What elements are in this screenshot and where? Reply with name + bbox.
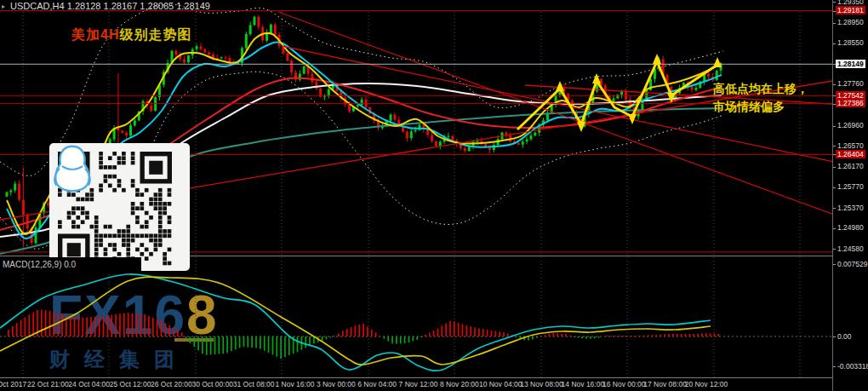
axis-tick-mark	[833, 167, 836, 168]
macd-indicator-label: MACD(12,26,9) 0.0	[0, 257, 141, 272]
axis-tick-mark	[833, 126, 836, 127]
time-label: 22 Oct 21:00	[27, 380, 69, 388]
time-label: 19 Oct 2017	[0, 380, 26, 388]
macd-tick-label: -0.003318	[837, 362, 868, 371]
time-label: 6 Nov 04:00	[357, 380, 397, 388]
price-axis: 1.293501.289501.285501.277601.269601.265…	[832, 0, 868, 391]
chart-cursor-icon: ▸	[2, 3, 5, 10]
time-label: 30 Oct 00:00	[191, 380, 233, 388]
time-label: 20 Nov 12:00	[685, 380, 728, 388]
price-tick-label: 1.29350	[837, 0, 864, 6]
time-label: 24 Oct 04:00	[68, 380, 110, 388]
axis-tick-mark	[833, 228, 836, 229]
axis-tick-mark	[833, 2, 836, 3]
macd-tick-label: 0.00	[837, 332, 852, 341]
time-label: 8 Nov 20:00	[440, 380, 479, 388]
axis-tick-mark	[833, 154, 836, 155]
chart-title: ▸ USDCAD,H4 1.28128 1.28167 1.28065 1.28…	[2, 1, 210, 11]
time-label: 14 Nov 16:00	[562, 380, 605, 388]
macd-histogram	[9, 310, 718, 359]
arrow-up-icon	[592, 73, 601, 83]
price-tick-label: 1.24980	[837, 223, 864, 232]
price-tick-label: 1.26170	[837, 162, 864, 170]
axis-tick-mark	[833, 264, 836, 265]
macd-main-line	[0, 274, 711, 371]
axis-tick-mark	[833, 336, 836, 337]
time-label: 7 Nov 12:00	[399, 380, 438, 388]
annotation-right-line1: 高低点均在上移，	[713, 80, 808, 98]
axis-tick-mark	[833, 95, 836, 96]
ohlc-readout: 1.28128 1.28167 1.28065 1.28149	[67, 1, 210, 11]
price-tick-label: 1.26570	[837, 141, 864, 150]
time-label: 31 Oct 08:00	[233, 380, 275, 388]
price-tick-label: 1.25770	[837, 182, 864, 191]
arrow-up-icon	[653, 54, 661, 64]
axis-tick-mark	[833, 84, 836, 85]
axis-tick-mark	[833, 43, 836, 44]
time-label: 3 Nov 00:00	[317, 380, 356, 388]
time-axis: 19 Oct 201722 Oct 21:0024 Oct 04:0025 Oc…	[0, 378, 832, 391]
time-label: 13 Nov 08:00	[520, 380, 563, 388]
annotation-topleft-red-part: 美加4H	[71, 27, 119, 42]
annotation-right-line2: 市场情绪偏多	[713, 98, 808, 116]
axis-tick-mark	[833, 23, 836, 24]
symbol-timeframe-label: USDCAD,H4	[10, 1, 65, 11]
chart-window: FX168 财经集团 ▸ USDCAD,H4 1.28128 1.28167 1…	[0, 0, 868, 391]
time-label: 1 Nov 16:00	[276, 380, 315, 388]
price-tick-label: 1.25370	[837, 204, 864, 212]
macd-signal-line	[0, 277, 711, 365]
qq-penguin-icon	[49, 143, 95, 193]
arrow-up-icon	[556, 81, 564, 91]
price-level-label: 1.27386	[836, 99, 865, 107]
current-price-label: 1.28149	[836, 60, 865, 68]
price-level-label: 1.26404	[836, 150, 865, 158]
axis-tick-mark	[833, 146, 836, 147]
price-level-label: 1.29181	[836, 6, 865, 14]
time-label: 25 Oct 12:00	[110, 380, 151, 388]
axis-tick-mark	[833, 249, 836, 250]
arrow-up-icon	[713, 57, 722, 67]
price-tick-label: 1.28550	[837, 38, 864, 47]
time-label: 17 Nov 08:00	[643, 380, 687, 388]
price-tick-label: 1.26960	[837, 121, 864, 129]
price-tick-label: 1.27760	[837, 79, 864, 88]
annotation-topleft-yellow-part: 级别走势图	[119, 27, 191, 42]
axis-tick-mark	[833, 11, 836, 12]
axis-tick-mark	[833, 187, 836, 188]
price-tick-label: 1.28950	[837, 18, 864, 26]
qr-code	[49, 143, 190, 271]
time-label: 16 Nov 00:00	[602, 380, 646, 388]
macd-tick-label: 0.007529	[837, 260, 867, 268]
annotation-right: 高低点均在上移， 市场情绪偏多	[713, 80, 808, 116]
time-label: 26 Oct 20:00	[151, 380, 192, 388]
axis-tick-mark	[833, 208, 836, 209]
annotation-top-left: 美加4H级别走势图	[71, 26, 191, 44]
axis-tick-mark	[833, 366, 836, 367]
axis-tick-mark	[833, 104, 836, 105]
price-tick-label: 1.24580	[837, 244, 864, 253]
axis-tick-mark	[833, 64, 836, 65]
time-label: 10 Nov 04:00	[479, 380, 523, 388]
